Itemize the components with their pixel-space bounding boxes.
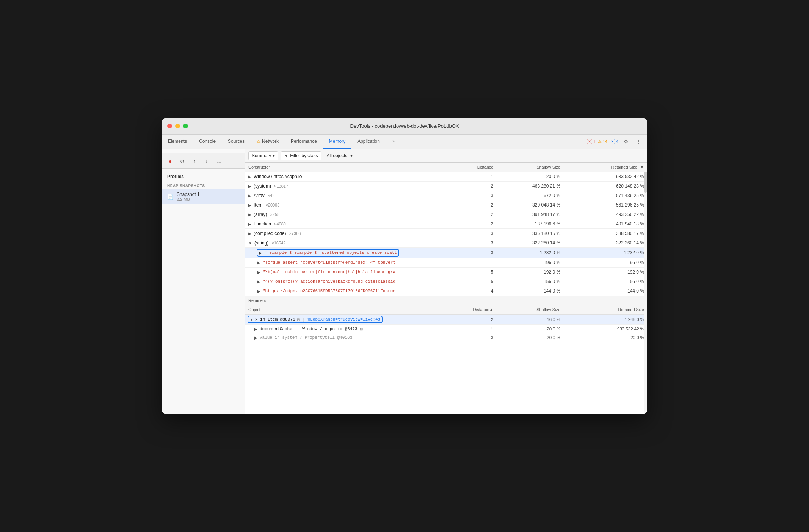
tab-application-label: Application [357, 139, 380, 144]
tab-elements[interactable]: Elements [162, 135, 193, 149]
constructor-header: Constructor [245, 163, 463, 172]
error-badge[interactable]: ✕ 1 [587, 139, 596, 144]
expand-icon[interactable]: ▶ [254, 327, 257, 331]
info-badge[interactable]: ✕ 4 [610, 139, 618, 144]
summary-label: Summary [252, 153, 271, 158]
table-row[interactable]: ▶ "^(?!on|src|(?:action|archive|backgrou… [245, 277, 647, 286]
expand-icon[interactable]: ▶ [248, 232, 251, 236]
close-button[interactable] [167, 124, 172, 128]
window-icon2: ⊡ [360, 327, 363, 331]
filter-by-class-button[interactable]: ▼ Filter by class [281, 151, 321, 160]
summary-dropdown[interactable]: Summary ▾ [248, 151, 278, 160]
collapse-icon[interactable]: ▼ [248, 241, 252, 245]
table-row[interactable]: ▶ " example 3 example 3: scattered objec… [245, 248, 647, 258]
tab-console[interactable]: Console [193, 135, 222, 149]
collapse-icon[interactable]: ▼ [250, 318, 254, 322]
network-warn-icon: ⚠ [257, 139, 261, 144]
record-button[interactable]: ● [165, 156, 176, 166]
upload-button[interactable]: ↑ [189, 156, 200, 166]
error-x-icon: ✕ [587, 139, 592, 144]
ellipsis-icon: ⋮ [636, 139, 641, 145]
table-row[interactable]: ▶ Item ×20003 2 320 048 14 % 561 296 25 … [245, 200, 647, 210]
table-row[interactable]: ▶ (compiled code) ×7386 3 336 180 15 % 3… [245, 229, 647, 238]
shallow-size-header: Shallow Size [496, 163, 563, 172]
tab-application[interactable]: Application [351, 135, 386, 149]
retainers-header: Object Distance▲ Shallow Size Retained S… [245, 305, 647, 315]
more-options-button[interactable]: ⋮ [633, 136, 644, 147]
expand-icon[interactable]: ▶ [259, 251, 262, 255]
expand-icon[interactable]: ▶ [248, 203, 251, 207]
sidebar-content: Profiles HEAP SNAPSHOTS 📄 Snapshot 1 2.2… [162, 169, 245, 208]
record-icon: ● [169, 158, 172, 164]
retainer-row[interactable]: ▼ x in Item @38071 ⊡ | PoLdb0X?anon=true… [245, 315, 647, 325]
gear-icon: ⚙ [624, 139, 629, 145]
distance-header: Distance [463, 163, 496, 172]
retainer-row[interactable]: ▶ documentCache in Window / cdpn.io @647… [245, 325, 647, 333]
maximize-button[interactable] [183, 124, 188, 128]
snapshot-item[interactable]: 📄 Snapshot 1 2.2 MB [162, 189, 245, 204]
snapshot-icon: 📄 [167, 194, 174, 200]
settings-button[interactable]: ⚙ [621, 136, 631, 147]
table-row[interactable]: ▼ (string) ×16542 3 322 260 14 % 322 260… [245, 238, 647, 248]
expand-icon[interactable]: ▶ [257, 261, 260, 265]
expand-icon[interactable]: ▶ [248, 213, 251, 217]
ret-shallow-header: Shallow Size [496, 305, 563, 315]
warn-count: 14 [603, 139, 607, 144]
tab-elements-label: Elements [168, 139, 187, 144]
window-icon: ⊡ [297, 318, 300, 322]
expand-icon[interactable]: ▶ [248, 184, 251, 188]
retainer-row[interactable]: ▶ value in system / PropertyCell @40163 … [245, 333, 647, 342]
warn-icon: ⚠ [598, 139, 602, 144]
tab-memory[interactable]: Memory [323, 135, 351, 149]
table-body: ▶ Window / https://cdpn.io 1 20 0 % 933 … [245, 172, 647, 296]
clear-button[interactable]: ⚏ [213, 156, 224, 166]
table-row[interactable]: ▶ Window / https://cdpn.io 1 20 0 % 933 … [245, 172, 647, 182]
tab-more[interactable]: » [386, 135, 401, 149]
all-objects-label: All objects [327, 153, 348, 158]
expand-icon[interactable]: ▶ [257, 280, 260, 284]
source-link[interactable]: PoLdb0X?anon=true&view=live:43 [305, 317, 380, 322]
table-row[interactable]: ▶ "Torque assert 'Convert<uintptr>(endIn… [245, 258, 647, 268]
expand-icon[interactable]: ▶ [248, 175, 251, 179]
scrollbar-thumb[interactable] [644, 170, 647, 193]
table-row[interactable]: ▶ "\b(calc|cubic-bezier|fit-content|hsl|… [245, 268, 647, 277]
tab-performance[interactable]: Performance [285, 135, 323, 149]
all-objects-dropdown[interactable]: All objects ▾ [324, 152, 356, 160]
expand-icon[interactable]: ▶ [248, 194, 251, 198]
warn-badge[interactable]: ⚠ 14 [598, 139, 607, 144]
tab-network[interactable]: ⚠ Network [251, 135, 285, 149]
expand-icon[interactable]: ▶ [257, 270, 260, 274]
retained-size-header: Retained Size ▼ [563, 163, 647, 172]
memory-toolbar: ● ⊘ ↑ ↓ ⚏ [162, 153, 245, 169]
more-tabs-icon: » [392, 139, 395, 144]
tab-memory-label: Memory [329, 139, 345, 144]
nav-bar: Elements Console Sources ⚠ Network Perfo… [162, 135, 647, 149]
table-row[interactable]: ▶ (system) ×13817 2 463 280 21 % 620 148… [245, 182, 647, 191]
snapshot-size: 2.2 MB [177, 197, 200, 202]
heap-table: Constructor Distance Shallow Size Retain… [245, 163, 647, 296]
profiles-title: Profiles [162, 172, 245, 182]
expand-icon[interactable]: ▶ [257, 289, 260, 293]
minimize-button[interactable] [175, 124, 180, 128]
filter-label: Filter by class [290, 153, 318, 158]
snapshot-info: Snapshot 1 2.2 MB [177, 192, 200, 202]
upload-icon: ↑ [193, 158, 196, 164]
tab-sources-label: Sources [228, 139, 245, 144]
scrollbar-track[interactable] [644, 163, 647, 414]
table-row[interactable]: ▶ (array) ×255 2 391 948 17 % 493 256 22… [245, 210, 647, 219]
table-row[interactable]: ▶ Array ×42 3 672 0 % 571 436 25 % [245, 191, 647, 200]
stop-button[interactable]: ⊘ [177, 156, 188, 166]
tab-console-label: Console [199, 139, 216, 144]
tab-sources[interactable]: Sources [222, 135, 251, 149]
table-row[interactable]: ▶ "https://cdpn.io2AC766158D5B7507E17015… [245, 286, 647, 296]
ret-distance-header: Distance▲ [463, 305, 496, 315]
expand-icon[interactable]: ▶ [254, 336, 257, 340]
window-title: DevTools - codepen.io/web-dot-dev/live/P… [350, 123, 459, 129]
download-button[interactable]: ↓ [201, 156, 212, 166]
tab-performance-label: Performance [291, 139, 317, 144]
traffic-lights [167, 124, 188, 128]
table-row[interactable]: ▶ Function ×4689 2 137 196 6 % 401 940 1… [245, 219, 647, 229]
expand-icon[interactable]: ▶ [248, 222, 251, 226]
heap-table-container[interactable]: Constructor Distance Shallow Size Retain… [245, 163, 647, 414]
all-objects-arrow-icon: ▾ [350, 153, 353, 158]
